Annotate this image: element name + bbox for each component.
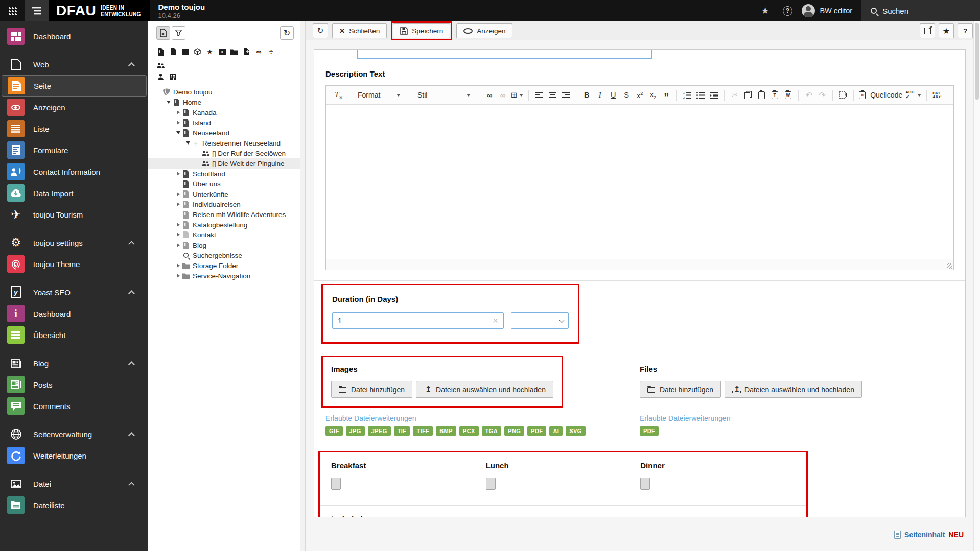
filter-button[interactable] [172,26,185,40]
tree-node[interactable]: Island [148,117,300,128]
new-page-button[interactable] [156,26,170,40]
breakfast-checkbox[interactable] [331,478,341,490]
rte-underline-button[interactable]: U [606,88,620,102]
tree-refresh-button[interactable]: ↻ [280,26,294,40]
drag-new-media-icon[interactable] [218,46,226,57]
expand-toggle[interactable] [175,263,181,268]
rte-footer[interactable] [326,259,953,270]
drag-new-divider-icon[interactable]: ÷ [267,46,275,57]
truncated-text-field[interactable] [357,50,652,59]
rte-ordered-list-button[interactable]: 12 [681,88,694,102]
rte-align-left-button[interactable] [532,88,546,102]
rte-undo-button[interactable]: ↶ [802,88,815,102]
tree-node[interactable]: Reisen mit Wildlife Adventures [148,209,300,220]
help-button[interactable]: ? [776,0,799,21]
brand-logo[interactable]: DFAU IDEEN INENTWICKLUNG [49,0,150,21]
expand-toggle[interactable] [175,233,181,237]
sidebar-item-posts[interactable]: Posts [0,374,148,395]
tree-node[interactable]: Neuseeland [148,128,300,138]
images-add-file-button[interactable]: Datei hinzufügen [331,381,412,398]
drag-new-page-arrow-icon[interactable] [242,46,251,57]
drag-new-link-icon[interactable]: ∞ [254,46,263,57]
expand-toggle[interactable] [175,274,181,278]
sidebar-item-toujou-settings[interactable]: ⚙toujou settings [0,232,148,253]
chevron-up-icon[interactable] [128,482,135,488]
expand-toggle[interactable] [175,172,181,176]
rte-unordered-list-button[interactable] [694,88,707,102]
tree-node[interactable]: Kontakt [148,230,300,240]
rte-break-button[interactable]: BREAK↵ [930,88,944,102]
rte-italic-button[interactable]: I [593,88,606,102]
rte-copy-button[interactable] [741,88,755,102]
lunch-checkbox[interactable] [486,478,496,490]
scrollbar-thumb[interactable] [975,23,979,100]
rte-spellcheck-button[interactable]: ABC✓ [904,88,923,102]
sidebar-item-toujou-tourism[interactable]: ✈toujou Tourism [0,204,148,225]
duration-input[interactable]: 1 ✕ [332,312,504,329]
rte-redo-button[interactable]: ↷ [815,88,829,102]
tree-node[interactable]: [] Die Welt der Pinguine [148,158,300,169]
rte-align-center-button[interactable] [546,88,559,102]
drag-new-page-icon[interactable] [169,46,177,57]
format-dropdown[interactable]: Format [353,88,405,102]
sidebar-item-yoast-dashboard[interactable]: iDashboard [0,303,148,324]
chevron-up-icon[interactable] [128,62,135,69]
expand-toggle[interactable] [175,223,181,227]
view-button[interactable]: Anzeigen [456,23,512,38]
dinner-checkbox[interactable] [640,478,650,490]
close-button[interactable]: ✕ Schließen [332,23,387,38]
rte-source-button[interactable]: ‹›Quellcode [857,88,904,102]
tree-node[interactable]: Service-Navigation [148,271,300,281]
rte-strikethrough-button[interactable]: S [620,88,633,102]
rte-paste-button[interactable] [755,88,768,102]
expand-toggle[interactable] [175,110,181,114]
scrollbar[interactable] [973,21,980,551]
sidebar-item-weiterleitungen[interactable]: Weiterleitungen [0,445,148,466]
sidebar-item-seite[interactable]: Seite [2,75,147,97]
rte-paste-word-button[interactable]: W [781,88,795,102]
rte-align-right-button[interactable] [559,88,572,102]
sidebar-item-comments[interactable]: Comments [0,395,148,417]
reload-button[interactable]: ↻ [313,23,328,38]
sidebar-item-contact-information[interactable]: Contact Information [0,161,148,182]
rte-body[interactable] [326,105,953,259]
rte-cut-button[interactable]: ✂ [728,88,741,102]
files-upload-button[interactable]: Dateien auswählen und hochladen [725,381,862,398]
rte-unlink-button[interactable]: ∞ [496,88,509,102]
open-in-new-window-button[interactable] [920,23,935,38]
sidebar-item-seitenverwaltung[interactable]: Seitenverwaltung [0,423,148,445]
tree-node[interactable]: ÷Reisetrenner Neuseeland [148,138,300,148]
sidebar-item-web[interactable]: Web [0,54,148,75]
images-upload-button[interactable]: Dateien auswählen und hochladen [416,381,553,398]
expand-toggle[interactable] [175,243,181,247]
rte-superscript-button[interactable]: x2 [633,88,646,102]
rte-link-button[interactable]: ∞ [483,88,496,102]
global-search[interactable]: Suchen [861,0,980,21]
sidebar-item-dateiliste[interactable]: Dateiliste [0,494,148,516]
drag-new-grid-icon[interactable] [181,46,190,57]
chevron-up-icon[interactable] [128,361,135,368]
module-grid-toggle[interactable] [0,0,25,21]
files-add-file-button[interactable]: Datei hinzufügen [640,381,721,398]
tree-node[interactable]: Katalogbestellung [148,220,300,230]
drag-new-box-icon[interactable] [193,46,202,57]
tree-node[interactable]: Home [148,97,300,107]
sidebar-item-yoast-seo[interactable]: yYoast SEO [0,281,148,303]
sidebar-item-anzeigen[interactable]: Anzeigen [0,97,148,118]
page-content-link[interactable]: Seiteninhalt [904,531,945,539]
rte-show-blocks-button[interactable] [836,88,850,102]
sidebar-item-liste[interactable]: Liste [0,118,148,139]
drag-new-star-icon[interactable]: ★ [205,46,214,57]
style-dropdown[interactable]: Stil [413,88,475,102]
sidebar-item-datei[interactable]: Datei [0,473,148,494]
tree-node[interactable]: [] Der Ruf der Seelöwen [148,148,300,158]
sidebar-item-blog[interactable]: Blog [0,352,148,374]
bookmark-button[interactable]: ★ [939,23,954,38]
bookmarks-button[interactable]: ★ [754,0,776,21]
tree-node[interactable]: Blog [148,240,300,250]
tree-node[interactable]: Storage Folder [148,260,300,271]
tree-node[interactable]: Individualreisen [148,199,300,209]
files-allowed-extensions-link[interactable]: Erlaubte Dateierweiterungen [640,414,954,422]
duration-unit-select[interactable] [511,312,569,329]
tree-node[interactable]: Schottland [148,169,300,179]
